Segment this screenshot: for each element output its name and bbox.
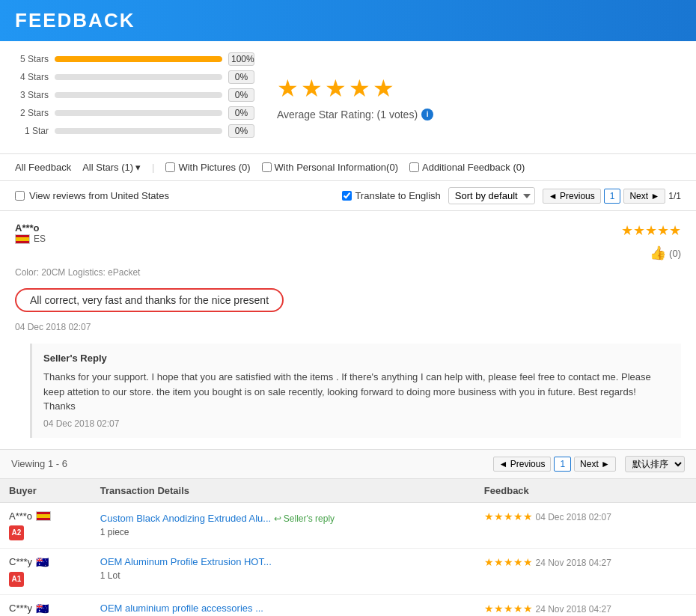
avg-text: Average Star Rating: (1 votes) i xyxy=(277,109,433,121)
reviewer-flag-lang: ES xyxy=(15,234,46,244)
rating-bar-container xyxy=(55,56,222,62)
with-pictures-filter[interactable]: With Pictures (0) xyxy=(165,162,250,173)
flag-icon xyxy=(36,511,51,521)
review-stars: ★★★★★ xyxy=(621,222,681,239)
reply-arrow-icon: ↩ xyxy=(274,513,281,524)
chevron-down-icon: ▾ xyxy=(135,162,141,173)
translate-checkbox[interactable] xyxy=(342,191,352,201)
rating-bar-fill xyxy=(55,56,222,62)
col-feedback: Feedback xyxy=(475,479,696,503)
review-date: 04 Dec 2018 02:07 xyxy=(15,322,681,332)
seller-reply-tag: ↩ Seller's reply xyxy=(274,513,335,524)
product-link[interactable]: Custom Black Anodizing Extruded Alu... xyxy=(100,513,271,524)
translate-label[interactable]: Translate to English xyxy=(342,190,440,201)
review-text: All correct, very fast and thanks for th… xyxy=(15,288,284,312)
feedback-cell: ★★★★★ 24 Nov 2018 04:27 xyxy=(475,594,696,616)
buyer-badge: A2 xyxy=(9,525,24,540)
with-personal-filter[interactable]: With Personal Information(0) xyxy=(262,162,398,173)
rating-bar-container xyxy=(55,92,222,98)
reviewer-name: A***o xyxy=(15,222,46,234)
with-personal-label: With Personal Information(0) xyxy=(275,162,398,173)
table-row: A***o A2 Custom Black Anodizing Extruded… xyxy=(0,502,696,548)
transaction-cell: OEM Aluminum Profile Extrusion HOT... 1 … xyxy=(91,548,475,594)
col-buyer: Buyer xyxy=(0,479,91,503)
buyer-cell: A***o A2 xyxy=(0,502,91,548)
view-reviews-checkbox[interactable] xyxy=(15,191,25,201)
seller-reply-title: Seller's Reply xyxy=(43,353,670,364)
current-page: 1 xyxy=(604,189,621,204)
rating-bar-container xyxy=(55,110,222,116)
product-link[interactable]: OEM Aluminum Profile Extrusion HOT... xyxy=(100,556,272,567)
flag-icon: 🇦🇺 xyxy=(36,556,49,568)
col-transaction: Transaction Details xyxy=(91,479,475,503)
next-page-button[interactable]: Next ► xyxy=(623,189,665,204)
feedback-cell: ★★★★★ 24 Nov 2018 04:27 xyxy=(475,548,696,594)
with-pictures-label: With Pictures (0) xyxy=(178,162,250,173)
all-stars-dropdown[interactable]: All Stars (1) ▾ xyxy=(82,162,141,173)
rating-bar-container xyxy=(55,74,222,80)
table-next-button[interactable]: Next ► xyxy=(574,457,616,472)
translate-bar: View reviews from United States Translat… xyxy=(0,181,696,211)
feedback-table-section: Viewing 1 - 6 ◄ Previous 1 Next ► 默认排序 B… xyxy=(0,450,696,617)
table-header-row: Buyer Transaction Details Feedback xyxy=(0,479,696,503)
table-count: Viewing 1 - 6 xyxy=(11,458,67,469)
divider: | xyxy=(152,162,154,173)
table-row: C***y 🇦🇺 A1 OEM Aluminum Profile Extrusi… xyxy=(0,548,696,594)
row-date: 24 Nov 2018 04:27 xyxy=(535,558,611,568)
table-toolbar: Viewing 1 - 6 ◄ Previous 1 Next ► 默认排序 xyxy=(0,450,696,479)
translate-text: Translate to English xyxy=(355,190,440,201)
rating-summary: ★★★★★ Average Star Rating: (1 votes) i xyxy=(277,52,433,142)
rating-bars: 5 Stars 100% 4 Stars 0% 3 Stars 0% 2 Sta… xyxy=(15,52,254,142)
table-prev-button[interactable]: ◄ Previous xyxy=(493,457,552,472)
all-feedback-link[interactable]: All Feedback xyxy=(15,162,71,173)
like-button[interactable]: 👍 (0) xyxy=(650,245,681,261)
view-reviews-label: View reviews from United States xyxy=(29,190,169,201)
review-meta: Color: 20CM Logistics: ePacket xyxy=(15,267,681,278)
row-date: 04 Dec 2018 02:07 xyxy=(535,512,611,522)
rating-pct: 0% xyxy=(228,106,254,120)
rating-row: 2 Stars 0% xyxy=(15,106,254,120)
rating-row: 5 Stars 100% xyxy=(15,52,254,66)
quantity-text: 1 piece xyxy=(100,527,466,537)
table-page-current: 1 xyxy=(554,457,571,472)
seller-reply-section: Seller's Reply Thanks for your support. … xyxy=(30,344,681,438)
row-stars: ★★★★★ xyxy=(484,556,533,568)
feedback-cell: ★★★★★ 04 Dec 2018 02:07 xyxy=(475,502,696,548)
additional-label: Additional Feedback (0) xyxy=(422,162,525,173)
feedback-table: Buyer Transaction Details Feedback A***o… xyxy=(0,479,696,617)
rating-row: 4 Stars 0% xyxy=(15,70,254,84)
table-row: C***y 🇦🇺 A1 OEM aluminium profile access… xyxy=(0,594,696,616)
product-link[interactable]: OEM aluminium profile accessories ... xyxy=(100,603,263,614)
table-sort-select[interactable]: 默认排序 xyxy=(625,456,685,472)
sort-select[interactable]: Sort by default Sort by newest Sort by o… xyxy=(448,187,535,204)
additional-feedback-filter[interactable]: Additional Feedback (0) xyxy=(409,162,525,173)
all-stars-label: All Stars (1) xyxy=(82,162,133,173)
translate-right-section: Translate to English Sort by default Sor… xyxy=(342,187,681,204)
with-pictures-checkbox[interactable] xyxy=(165,162,175,172)
info-icon[interactable]: i xyxy=(421,109,433,121)
buyer-cell: C***y 🇦🇺 A1 xyxy=(0,594,91,616)
reviewer-info: A***o ES xyxy=(15,222,46,244)
rating-section: 5 Stars 100% 4 Stars 0% 3 Stars 0% 2 Sta… xyxy=(0,41,696,154)
rating-label: 5 Stars xyxy=(15,54,49,64)
rating-row: 1 Star 0% xyxy=(15,124,254,138)
review-stars-like: ★★★★★ 👍 (0) xyxy=(621,222,681,261)
row-stars: ★★★★★ xyxy=(484,510,533,522)
thumbs-up-icon: 👍 xyxy=(650,245,666,261)
feedback-header: FEEDBACK xyxy=(0,0,696,41)
page-total: 1/1 xyxy=(668,191,681,201)
rating-label: 3 Stars xyxy=(15,90,49,100)
with-personal-checkbox[interactable] xyxy=(262,162,272,172)
rating-label: 2 Stars xyxy=(15,108,49,118)
rating-label: 4 Stars xyxy=(15,72,49,82)
additional-checkbox[interactable] xyxy=(409,162,419,172)
seller-reply-text: Thanks for your support. I hope that you… xyxy=(43,370,670,414)
reviewer-lang: ES xyxy=(34,234,46,244)
row-date: 24 Nov 2018 04:27 xyxy=(535,604,611,615)
buyer-cell: C***y 🇦🇺 A1 xyxy=(0,548,91,594)
filter-bar: All Feedback All Stars (1) ▾ | With Pict… xyxy=(0,154,696,181)
buyer-name: C***y xyxy=(9,556,32,567)
rating-pct: 0% xyxy=(228,124,254,138)
prev-page-button[interactable]: ◄ Previous xyxy=(543,189,601,204)
table-nav-right: ◄ Previous 1 Next ► 默认排序 xyxy=(493,456,685,472)
